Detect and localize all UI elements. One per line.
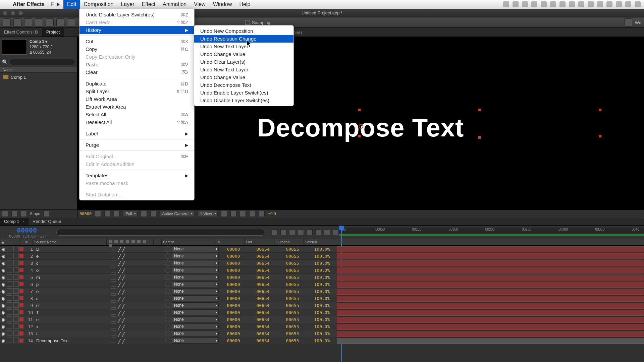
pickwhip-icon[interactable] [165,267,170,273]
visibility-toggle-icon[interactable]: ◉ [0,282,6,287]
quality-icon[interactable]: ╱ [118,261,121,266]
solo-toggle[interactable] [7,281,12,287]
tab-render-queue[interactable]: Render Queue [29,218,65,225]
layer-duration-bar[interactable] [337,331,644,337]
layer-duration[interactable]: 00655 [278,254,307,259]
layer-name[interactable]: c [35,261,110,266]
layer-switches[interactable]: ╱╱ [110,323,157,330]
layer-duration[interactable]: 00655 [278,338,307,343]
history-item[interactable]: Undo Disable Layer Switch(es) [194,97,293,104]
project-item-comp1[interactable]: Comp 1 [0,74,77,80]
history-item[interactable]: Undo Change Value [194,73,293,81]
layer-out[interactable]: 00654 [248,261,278,266]
lock-toggle[interactable] [13,302,19,308]
selection-handle[interactable] [599,135,601,137]
shy-switch[interactable] [111,330,116,336]
interpret-footage-icon[interactable] [2,211,8,217]
layer-out[interactable]: 00654 [248,331,278,336]
layer-bar-area[interactable] [337,337,644,344]
layer-duration-bar[interactable] [337,253,644,259]
menubar-extra-icon[interactable] [541,1,547,7]
col-stretch[interactable]: Stretch [304,239,333,245]
views-dropdown[interactable]: 1 View [198,211,218,217]
tab-comp1[interactable]: Comp 1 × [0,218,29,225]
zoom-tool-icon[interactable] [24,18,32,26]
layer-row[interactable]: ◉12x╱╱None000000065400655100.0% [0,323,644,330]
auto-keyframe-icon[interactable] [324,229,330,235]
history-item[interactable]: Undo Change Value [194,50,293,58]
continuous-raster-icon[interactable]: ╱ [122,254,125,259]
layer-duration-bar[interactable] [337,289,644,295]
layer-out[interactable]: 00654 [248,268,278,273]
pickwhip-icon[interactable] [165,260,170,266]
menu-history[interactable]: History ▶ [79,26,194,34]
layer-switches[interactable]: ╱╱ [110,260,157,266]
layer-name[interactable]: p [35,282,110,287]
label-color-swatch[interactable] [19,331,23,336]
layer-out[interactable]: 00654 [248,324,278,329]
layer-switches[interactable]: ╱╱ [110,246,157,252]
layer-out[interactable]: 00654 [248,275,278,280]
exposure-reset-icon[interactable] [259,211,265,217]
layer-out[interactable]: 00654 [248,338,278,343]
layer-stretch[interactable]: 100.0% [307,310,337,315]
col-out[interactable]: Out [245,239,274,245]
layer-row[interactable]: ◉3c╱╱None000000065400655100.0% [0,260,644,267]
lock-toggle[interactable] [13,323,19,329]
layer-name[interactable]: m [35,275,110,280]
layer-in[interactable]: 00000 [219,275,248,280]
continuous-raster-icon[interactable]: ╱ [122,261,125,266]
menu-cut[interactable]: Cut ⌘X [79,38,194,45]
layer-in[interactable]: 00000 [219,289,248,294]
layer-name[interactable]: t [35,331,110,336]
layer-stretch[interactable]: 100.0% [307,289,337,294]
workspace-switcher-icon[interactable] [624,18,632,26]
solo-toggle[interactable] [7,330,12,336]
layer-bar-area[interactable] [337,288,644,295]
pickwhip-icon[interactable] [165,282,170,287]
continuous-raster-icon[interactable]: ╱ [122,318,125,323]
lock-toggle[interactable] [13,309,19,315]
shy-switch[interactable] [111,274,116,280]
layer-in[interactable]: 00000 [219,296,248,301]
pixel-aspect-icon[interactable] [221,211,227,217]
tab-project[interactable]: Project [42,28,64,37]
comp-mini-flowchart-icon[interactable] [272,229,278,235]
layer-in[interactable]: 00000 [219,268,248,273]
layer-duration[interactable]: 00655 [278,247,307,252]
layer-stretch[interactable]: 100.0% [307,303,337,308]
layer-stretch[interactable]: 100.0% [307,247,337,252]
pickwhip-icon[interactable] [165,324,170,329]
layer-stretch[interactable]: 100.0% [307,254,337,259]
layer-out[interactable]: 00654 [248,317,278,322]
parent-dropdown[interactable]: None [172,316,219,322]
shy-switch[interactable] [111,260,116,265]
shy-switch[interactable] [111,281,116,287]
layer-duration-bar[interactable] [337,303,644,309]
pickwhip-icon[interactable] [165,303,170,308]
menubar-extra-icon[interactable] [616,1,622,7]
label-color-swatch[interactable] [19,324,23,328]
layer-row[interactable]: ◉9e╱╱None000000065400655100.0% [0,302,644,309]
shy-switch[interactable] [111,288,116,294]
quality-icon[interactable]: ╱ [118,247,121,252]
visibility-toggle-icon[interactable]: ◉ [0,247,6,252]
layer-row[interactable]: ◉2e╱╱None000000065400655100.0% [0,253,644,260]
col-in[interactable]: In [215,239,245,245]
layer-name[interactable]: D [35,247,110,252]
col-source-name[interactable]: Source Name [33,239,107,245]
layer-row[interactable]: ◉10T╱╱None000000065400655100.0% [0,309,644,316]
window-zoom-button[interactable] [18,11,23,16]
layer-name[interactable]: T [35,310,110,315]
quality-icon[interactable]: ╱ [118,283,121,288]
playhead-icon[interactable] [339,226,344,230]
lock-toggle[interactable] [13,274,19,280]
layer-in[interactable]: 00000 [219,247,248,252]
roi-icon[interactable] [141,211,147,217]
layer-in[interactable]: 00000 [219,317,248,322]
layer-bar-area[interactable] [337,267,644,274]
pickwhip-icon[interactable] [165,317,170,322]
layer-in[interactable]: 00000 [219,331,248,336]
continuous-raster-icon[interactable]: ╱ [122,325,125,330]
timeline-search-input[interactable] [56,229,265,236]
